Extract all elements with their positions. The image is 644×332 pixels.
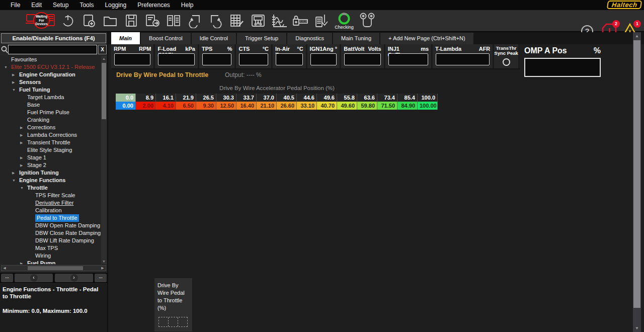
tree-item-elite-1500-ecu-v3-12-1-release[interactable]: ▼Elite 1500 ECU V3.12.1 - Release	[0, 63, 101, 71]
tab-trigger-setup[interactable]: Trigger Setup	[237, 33, 286, 44]
tree-item-pedal-to-throttle[interactable]: Pedal to Throttle	[0, 214, 101, 222]
axis-cell[interactable]: 44.6	[297, 94, 317, 102]
tree-item-base[interactable]: Base	[0, 101, 101, 109]
axis-cell[interactable]: 8.9	[136, 94, 156, 102]
nav-forward-button[interactable]: ›	[55, 274, 93, 282]
tree-item-calibration[interactable]: Calibration	[0, 207, 101, 214]
open-folder-icon[interactable]	[101, 11, 120, 30]
tree-item-elite-style-staging[interactable]: Elite Style Staging	[0, 146, 101, 154]
search-input[interactable]	[8, 45, 97, 54]
nav-back-button[interactable]: ‹	[15, 274, 53, 282]
tree-item-ignition-tuning[interactable]: ▶Ignition Tuning	[0, 169, 101, 177]
value-cell[interactable]: 21.10	[257, 102, 277, 110]
gauge-ign1ang[interactable]: IGN1Ang°	[307, 44, 340, 68]
axis-cell[interactable]: 63.6	[357, 94, 377, 102]
mini-channel-panel[interactable]: Drive By Wire Pedal to Throttle (%)	[154, 278, 192, 331]
axis-cell[interactable]: 33.7	[236, 94, 257, 102]
value-cell[interactable]: 0.00	[116, 102, 136, 110]
tree-hscroll-thumb[interactable]	[28, 266, 83, 270]
menu-file[interactable]: File	[5, 0, 26, 10]
tree-item-cranking[interactable]: Cranking	[0, 116, 101, 124]
tree-vertical-scrollbar[interactable]: ▲ ▼	[101, 56, 107, 264]
tab-add-new-page-ctrl-shift-n[interactable]: + Add New Page (Ctrl+Shift+N)	[380, 33, 473, 44]
tree-vscroll-thumb[interactable]	[102, 63, 106, 119]
value-cell[interactable]: 2.00	[136, 102, 156, 110]
menu-edit[interactable]: Edit	[26, 0, 47, 10]
scroll-left-icon[interactable]: ◀	[2, 266, 8, 271]
axis-cell[interactable]: 0.0	[116, 94, 136, 102]
table-edit-icon[interactable]	[227, 11, 247, 30]
gauge-omp-a-pos[interactable]: OMP A Pos %	[522, 45, 603, 78]
gauge-cts[interactable]: CTS°C	[236, 44, 271, 68]
gauge-t-lambda[interactable]: T-LambdaAFR	[433, 44, 493, 68]
value-cell[interactable]: 71.50	[377, 102, 397, 110]
undo-icon[interactable]	[185, 11, 204, 30]
gauge-rpm[interactable]: RPMRPM	[111, 44, 153, 68]
tree-expander-icon[interactable]: ▶	[20, 139, 27, 146]
tab-diagnostics[interactable]: Diagnostics	[287, 33, 332, 44]
tab-main[interactable]: Main	[111, 32, 140, 44]
tab-idle-control[interactable]: Idle Control	[192, 33, 236, 44]
gauge-f-load-map[interactable]: F-Load (MAP)kPa	[155, 44, 197, 68]
tree-item-engine-configuration[interactable]: ▶Engine Configuration	[0, 71, 101, 78]
tree-expander-icon[interactable]: ▶	[12, 78, 19, 86]
tree-item-lambda-corrections[interactable]: ▶Lambda Corrections	[0, 131, 101, 139]
tree-expander-icon[interactable]: ▼	[12, 177, 19, 184]
tree-item-fuel-pump[interactable]: ▶Fuel Pump	[0, 260, 101, 264]
tree-expander-icon[interactable]: ▶	[12, 169, 19, 177]
tree-item-stage-1[interactable]: ▶Stage 1	[0, 154, 101, 161]
tree-item-target-lambda[interactable]: Target Lambda	[0, 94, 101, 101]
tree-expander-icon[interactable]: ▶	[20, 124, 27, 131]
tree-item-fuel-prime-pulse[interactable]: Fuel Prime Pulse	[0, 109, 101, 116]
tree-item-wiring[interactable]: Wiring	[0, 252, 101, 260]
gauge-battvolt[interactable]: BattVoltVolts	[341, 44, 383, 68]
value-cell[interactable]: 33.10	[297, 102, 317, 110]
nav-more-right-button[interactable]: ...	[95, 274, 107, 282]
value-cell[interactable]: 9.30	[196, 102, 216, 110]
menu-tools[interactable]: Tools	[74, 0, 99, 10]
tree-item-engine-functions[interactable]: ▼Engine Functions	[0, 177, 101, 184]
tree-expander-icon[interactable]: ▼	[4, 63, 11, 71]
power-icon[interactable]	[58, 11, 77, 30]
main-vertical-scrollbar[interactable]: ▲ ▼	[633, 32, 641, 332]
axis-cell[interactable]: 73.4	[377, 94, 397, 102]
tree-item-fuel-tuning[interactable]: ▼Fuel Tuning	[0, 86, 101, 94]
axis-cell[interactable]: 55.8	[337, 94, 357, 102]
tree-expander-icon[interactable]: ▶	[20, 154, 27, 161]
axis-cell[interactable]: 37.0	[257, 94, 277, 102]
gauge-tps[interactable]: TPS%	[199, 44, 235, 68]
main-vscroll-thumb[interactable]	[633, 40, 640, 308]
scroll-up-icon[interactable]: ▲	[633, 34, 641, 38]
export-icon[interactable]	[143, 11, 162, 30]
value-cell[interactable]: 40.70	[317, 102, 337, 110]
axis-cell[interactable]: 85.4	[397, 94, 418, 102]
new-file-icon[interactable]	[79, 11, 99, 30]
hamburger-icon[interactable]	[4, 11, 23, 30]
tree-item-transient-throttle[interactable]: ▶Transient Throttle	[0, 139, 101, 146]
scroll-up-icon[interactable]: ▲	[101, 57, 107, 60]
tree-item-tps-filter-scale[interactable]: TPS Filter Scale	[0, 192, 101, 199]
tree-item-max-tps[interactable]: Max TPS	[0, 244, 101, 252]
tree-expander-icon[interactable]: ▶	[20, 161, 27, 169]
value-cell[interactable]: 100.00	[418, 102, 438, 110]
value-cell[interactable]: 16.40	[236, 102, 257, 110]
firmware-update-icon[interactable]	[312, 11, 331, 30]
enable-disable-functions-button[interactable]: Enable/Disable Functions (F4)	[1, 33, 106, 43]
axis-cell[interactable]: 49.6	[317, 94, 337, 102]
tree-expander-icon[interactable]: ▼	[20, 184, 27, 192]
menu-setup[interactable]: Setup	[47, 0, 74, 10]
device-io-icon[interactable]	[249, 11, 268, 30]
tree-expander-icon[interactable]: ▶	[12, 71, 19, 78]
gauge-in-air-te[interactable]: In-Air Te°C	[273, 44, 306, 68]
gauge-inj1-ontime[interactable]: INJ1 OnTimems	[385, 44, 431, 68]
tree-horizontal-scrollbar[interactable]: ◀ ▶	[1, 265, 106, 271]
gauge-transthr-sync-peak[interactable]: TransThr Sync Peak	[494, 44, 518, 68]
axis-cell[interactable]: 16.1	[156, 94, 176, 102]
tree-expander-icon[interactable]: ▼	[12, 86, 19, 94]
axis-cell[interactable]: 26.5	[196, 94, 216, 102]
save-icon[interactable]	[122, 11, 141, 30]
scroll-right-icon[interactable]: ▶	[100, 266, 106, 271]
scroll-down-icon[interactable]: ▼	[101, 260, 107, 263]
value-cell[interactable]: 49.60	[337, 102, 357, 110]
search-clear-button[interactable]: X	[98, 45, 107, 54]
